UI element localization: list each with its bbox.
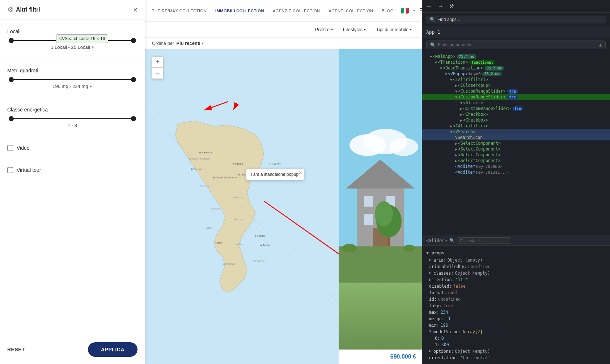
tree-customrangeslider1[interactable]: ▼ <CustomRangeSlider> fre <box>422 88 610 94</box>
crs3-arrow[interactable]: ▶ <box>460 107 462 111</box>
tree-vsearchicon[interactable]: VSearchIcon <box>422 135 610 140</box>
sc3-arrow[interactable]: ▶ <box>455 153 457 157</box>
devtools-back-btn[interactable]: ← <box>426 3 432 9</box>
menu-icon[interactable]: ☰ <box>419 7 422 15</box>
tree-selectcomponent4[interactable]: ▶ <SelectComponent> <box>422 158 610 164</box>
prezzo-pill[interactable]: Prezzo ▾ <box>312 25 336 34</box>
svg-text:Emilia-Romagna: Emilia-Romagna <box>189 157 209 160</box>
tree-selectcomponent1[interactable]: ▶ <SelectComponent> <box>422 140 610 146</box>
metri-slider-track[interactable] <box>9 79 136 80</box>
panel-footer: RESET APPLICA <box>0 335 145 364</box>
crs1-arrow[interactable]: ▼ <box>455 89 457 93</box>
iclosepopup-arrow[interactable]: ▶ <box>455 84 457 88</box>
virtual-tour-label: Virtual tour <box>17 167 41 173</box>
tipi-arrow: ▾ <box>410 27 412 31</box>
tree-vsearch[interactable]: ▼ <VSearch> <box>422 129 610 135</box>
locali-slider-thumb-right[interactable] <box>131 38 136 43</box>
svg-point-48 <box>404 245 415 252</box>
tree-customrangeslider3[interactable]: ▶ <CustomRangeSlider> fre <box>422 106 610 111</box>
tree-customrangeslider2[interactable]: ▼ <CustomRangeSlider> fre <box>422 94 610 100</box>
vsearch-tooltip: <VSearchIcon> 16 × 16 <box>56 34 108 43</box>
tree-basetransition[interactable]: ▼ <BaseTransition> 35.7 ms <box>422 65 610 71</box>
vpopup-arrow[interactable]: ▼ <box>445 72 447 76</box>
lifestyles-label: Lifestyles <box>343 27 363 32</box>
nav-item-immobili[interactable]: IMMOBILI COLLECTION <box>215 9 264 13</box>
nav-item-blog[interactable]: BLOG <box>382 9 394 13</box>
svg-text:Abruzzo: Abruzzo <box>233 218 243 221</box>
ialtrifiltri-arrow[interactable]: ▼ <box>450 78 452 82</box>
devtools-merge-btn[interactable]: ⚒ <box>449 3 454 9</box>
transition-arrow[interactable]: ▼ <box>435 60 437 64</box>
map-zoom-out[interactable]: − <box>152 68 163 79</box>
nav-item-agenti[interactable]: AGENTI COLLECTION <box>329 9 373 13</box>
sc4-arrow[interactable]: ▶ <box>455 159 457 163</box>
tree-mainapp[interactable]: ▼ <MainApp> 71.4 ms <box>422 54 610 59</box>
metri-slider-thumb-right[interactable] <box>131 77 136 82</box>
lifestyles-pill[interactable]: Lifestyles ▾ <box>340 25 369 34</box>
tree-selectcomponent3[interactable]: ▶ <SelectComponent> <box>422 152 610 158</box>
flag-arrow[interactable]: ▾ <box>413 9 415 13</box>
ordina-value[interactable]: Più recenti <box>176 41 200 46</box>
tree-vpopup[interactable]: ▼ <VPopup> key=0 35.2 ms <box>422 71 610 77</box>
tree-slider[interactable]: ▼ <Slider> <box>422 100 610 106</box>
tree-selectcomponent2[interactable]: ▶ <SelectComponent> <box>422 146 610 152</box>
tree-ialtrifiltri2[interactable]: ▶ <IAltrifiltri> <box>422 123 610 129</box>
tree-additem2[interactable]: <AddItem key=781311...> <box>422 169 610 175</box>
prop-min: min: 196 <box>422 322 610 329</box>
ordina-bar: Ordina per Più recenti ▾ <box>145 38 422 49</box>
vsearch-arrow[interactable]: ▼ <box>450 130 452 134</box>
classe-slider-track[interactable] <box>9 118 136 119</box>
basetransition-arrow[interactable]: ▼ <box>440 66 442 70</box>
filter-state-icon: 🔍 <box>449 238 455 243</box>
prop-id: id: undefined <box>422 296 610 302</box>
prop-disabled: disabled: false <box>422 283 610 289</box>
slider-arrow[interactable]: ▼ <box>460 101 462 105</box>
metri-slider-thumb-left[interactable] <box>9 77 14 82</box>
find-components-input[interactable] <box>438 42 597 47</box>
tree-ialtrifiltri[interactable]: ▼ <IAltrifiltri> <box>422 77 610 82</box>
mainapp-arrow[interactable]: ▼ <box>430 55 432 59</box>
tree-checkbox1[interactable]: ▶ <Checkbox> <box>422 111 610 117</box>
filter-bar: Prezzo ▾ Lifestyles ▾ Tipi di immobile ▾ <box>145 22 422 38</box>
crs2-arrow[interactable]: ▼ <box>455 95 457 99</box>
svg-point-35 <box>389 138 418 156</box>
virtual-tour-checkbox[interactable] <box>7 167 13 173</box>
devtools-forward-btn[interactable]: → <box>438 3 444 9</box>
locali-slider-thumb-left[interactable] <box>9 38 14 43</box>
ordina-arrow[interactable]: ▾ <box>202 41 204 45</box>
video-checkbox[interactable] <box>7 145 13 151</box>
map-zoom-in[interactable]: + <box>152 57 163 68</box>
locali-range-text: 1 Locali - 20 Locali + <box>7 45 137 50</box>
nav-item-agenzie[interactable]: AGENZIE COLLECTION <box>273 9 320 13</box>
classe-slider-thumb-left[interactable] <box>9 116 14 121</box>
content-area: Hrvatska Emilia-Romagna Toscana Umbria L… <box>145 49 422 364</box>
reset-button[interactable]: RESET <box>7 347 25 352</box>
tipi-pill[interactable]: Tipi di immobile ▾ <box>373 25 415 34</box>
applica-button[interactable]: APPLICA <box>88 342 137 357</box>
flag-icon[interactable]: 🇮🇹 <box>401 7 409 15</box>
ialtrifiltri-label: <IAltrifiltri> <box>453 77 488 82</box>
tree-iclosepopup[interactable]: ▶ <IClosePopup> <box>422 82 610 88</box>
map-popup-close[interactable]: × <box>299 170 302 175</box>
checkbox2-arrow[interactable]: ▶ <box>460 118 462 122</box>
close-button[interactable]: × <box>133 6 137 13</box>
scroll-up-icon[interactable]: ▲ <box>599 42 602 47</box>
sc1-arrow[interactable]: ▶ <box>455 141 457 145</box>
map-controls: + − <box>152 56 164 79</box>
ialtrifiltri2-arrow[interactable]: ▶ <box>450 124 452 128</box>
checkbox1-arrow[interactable]: ▶ <box>460 113 462 117</box>
tree-checkbox2[interactable]: ▶ <Checkbox> <box>422 117 610 123</box>
transition-label: <Transition> <box>438 60 468 65</box>
slider-state-bar: <Slider> 🔍 <box>422 236 610 246</box>
map-section[interactable]: Hrvatska Emilia-Romagna Toscana Umbria L… <box>145 49 339 364</box>
prop-format: format: null <box>422 289 610 296</box>
find-apps-input[interactable] <box>437 17 602 22</box>
nav-item-remax[interactable]: THE RE/MAX COLLECTION <box>152 9 207 13</box>
tree-additem1[interactable]: <AddItem key=782660> <box>422 164 610 169</box>
tree-transition[interactable]: ▼ <Transition> functional <box>422 59 610 65</box>
prop-modelvalue-1: 1: 500 <box>422 342 610 348</box>
filter-state-input[interactable] <box>457 237 511 244</box>
additem1-key: key=782660> <box>476 164 502 169</box>
classe-slider-thumb-right[interactable] <box>131 116 136 121</box>
sc2-arrow[interactable]: ▶ <box>455 147 457 151</box>
